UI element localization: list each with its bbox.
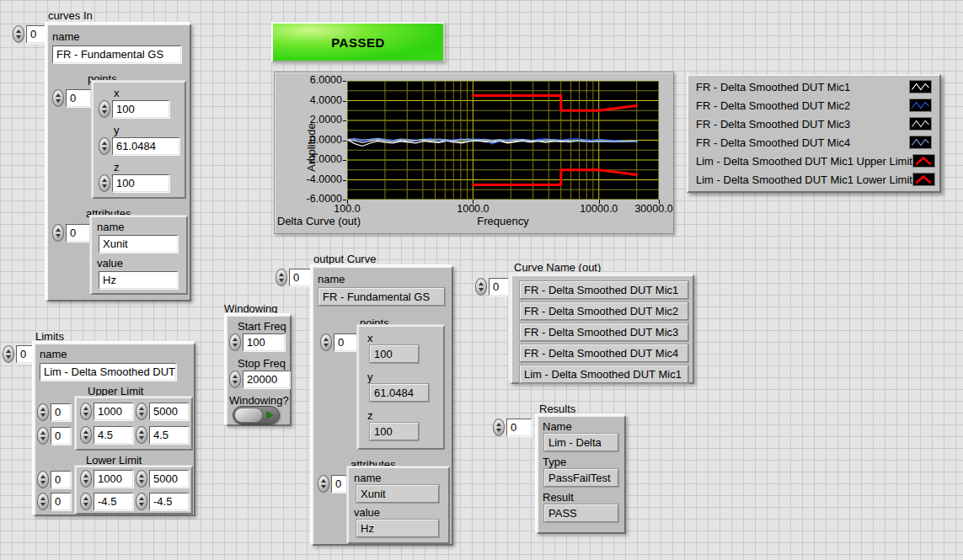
increment-decrement-icon[interactable]: [99, 137, 110, 155]
x-tick-label: 30000.0: [634, 203, 672, 215]
z-value[interactable]: 100: [112, 174, 169, 192]
increment-decrement-icon[interactable]: [80, 493, 92, 510]
curve-name-out-label: Curve Name (out): [514, 261, 601, 274]
output-curve-index[interactable]: 0: [276, 269, 314, 286]
start-freq-input[interactable]: 100: [229, 333, 285, 351]
curve-name-out-index[interactable]: 0: [475, 278, 514, 296]
x-tick-mark: [347, 200, 348, 204]
points-index-value[interactable]: 0: [66, 89, 91, 107]
increment-decrement-icon[interactable]: [320, 333, 332, 351]
result-value-label: Result: [543, 491, 574, 504]
lower-index-1-value[interactable]: 0: [51, 471, 71, 488]
lower-freq-start-value[interactable]: 1000: [94, 470, 133, 488]
output-curve-index-value[interactable]: 0: [289, 269, 314, 286]
y-input[interactable]: 61.0484: [99, 137, 179, 155]
increment-decrement-icon[interactable]: [475, 278, 487, 296]
upper-freq-start-value[interactable]: 1000: [94, 403, 133, 420]
curve-name-item: Lim - Delta Smoothed DUT Mic1: [520, 365, 688, 383]
x-value[interactable]: 100: [112, 100, 169, 118]
attr-value-input[interactable]: Hz: [99, 271, 178, 289]
attr-name-input[interactable]: Xunit: [99, 235, 178, 253]
upper-freq-start-input[interactable]: 1000: [80, 403, 133, 420]
upper-limit-frame: 1000 5000 4.5 4.5: [75, 397, 193, 451]
attributes-index[interactable]: 0: [52, 224, 91, 242]
points-index[interactable]: 0: [52, 89, 91, 107]
y-value[interactable]: 61.0484: [112, 137, 179, 155]
upper-index-2-value[interactable]: 0: [51, 427, 71, 445]
legend-item[interactable]: FR - Delta Smoothed DUT Mic2: [688, 96, 939, 115]
increment-decrement-icon[interactable]: [80, 403, 92, 420]
upper-index-1[interactable]: 0: [37, 403, 71, 421]
limits-name-input[interactable]: Lim - Delta Smoothed DUT: [40, 363, 176, 381]
results-index[interactable]: 0: [493, 419, 532, 436]
lower-freq-start-input[interactable]: 1000: [80, 470, 133, 488]
attributes-index-value[interactable]: 0: [66, 224, 91, 242]
z-input[interactable]: 100: [99, 174, 169, 192]
increment-decrement-icon[interactable]: [80, 426, 92, 444]
output-points-index-value[interactable]: 0: [334, 333, 359, 351]
y-axis-label: Amplitude: [305, 123, 318, 172]
lower-freq-stop-value[interactable]: 5000: [149, 470, 189, 488]
lower-value-stop-value[interactable]: -4.5: [149, 493, 189, 510]
y-tick-mark: [343, 141, 346, 141]
increment-decrement-icon[interactable]: [136, 493, 147, 510]
increment-decrement-icon[interactable]: [136, 403, 147, 420]
stop-freq-value[interactable]: 20000: [243, 371, 290, 388]
lower-index-1[interactable]: 0: [37, 471, 71, 488]
upper-freq-stop-input[interactable]: 5000: [136, 403, 189, 420]
windowing-toggle-switch[interactable]: [233, 406, 280, 424]
plot-line-swatch-icon[interactable]: [909, 117, 932, 131]
plot-line-swatch-icon[interactable]: [909, 136, 932, 149]
lower-value-stop-input[interactable]: -4.5: [136, 493, 189, 510]
x-input[interactable]: 100: [99, 100, 169, 118]
increment-decrement-icon[interactable]: [37, 493, 49, 510]
increment-decrement-icon[interactable]: [80, 470, 92, 488]
increment-decrement-icon[interactable]: [99, 100, 110, 118]
increment-decrement-icon[interactable]: [37, 403, 49, 421]
increment-decrement-icon[interactable]: [52, 89, 64, 107]
plot-line-swatch-icon[interactable]: [909, 99, 932, 112]
toggle-knob[interactable]: [234, 408, 263, 423]
curve-name-input[interactable]: FR - Fundamental GS: [52, 45, 181, 63]
graph-plot-area[interactable]: [347, 81, 659, 200]
increment-decrement-icon[interactable]: [136, 426, 147, 444]
result-type-label: Type: [543, 456, 566, 468]
lower-value-start-input[interactable]: -4.5: [80, 493, 133, 510]
legend-item[interactable]: FR - Delta Smoothed DUT Mic4: [688, 133, 939, 152]
lower-index-2[interactable]: 0: [37, 493, 71, 510]
plot-line-swatch-icon[interactable]: [909, 80, 932, 93]
start-freq-value[interactable]: 100: [243, 333, 285, 351]
upper-freq-stop-value[interactable]: 5000: [149, 403, 189, 420]
plot-line-swatch-icon[interactable]: [912, 154, 935, 168]
lower-value-start-value[interactable]: -4.5: [94, 493, 133, 510]
output-points-index[interactable]: 0: [320, 333, 359, 351]
increment-decrement-icon[interactable]: [99, 174, 110, 192]
lower-freq-stop-input[interactable]: 5000: [136, 470, 189, 488]
upper-value-stop-input[interactable]: 4.5: [136, 426, 189, 444]
increment-decrement-icon[interactable]: [229, 333, 241, 351]
legend-item[interactable]: FR - Delta Smoothed DUT Mic1: [688, 77, 939, 96]
lower-index-2-value[interactable]: 0: [51, 493, 71, 510]
increment-decrement-icon[interactable]: [229, 371, 241, 388]
increment-decrement-icon[interactable]: [13, 25, 24, 43]
increment-decrement-icon[interactable]: [37, 427, 49, 445]
increment-decrement-icon[interactable]: [3, 345, 14, 363]
legend-item[interactable]: FR - Delta Smoothed DUT Mic3: [688, 115, 939, 133]
upper-value-start-input[interactable]: 4.5: [80, 426, 133, 444]
increment-decrement-icon[interactable]: [37, 471, 49, 488]
results-index-value[interactable]: 0: [506, 419, 532, 436]
increment-decrement-icon[interactable]: [276, 269, 287, 286]
stop-freq-input[interactable]: 20000: [229, 371, 290, 388]
legend-item[interactable]: Lim - Delta Smoothed DUT Mic1 Upper Limi…: [688, 152, 939, 170]
increment-decrement-icon[interactable]: [136, 470, 147, 488]
legend-item[interactable]: Lim - Delta Smoothed DUT Mic1 Lower Limi…: [688, 170, 939, 189]
upper-index-2[interactable]: 0: [37, 427, 71, 445]
increment-decrement-icon[interactable]: [318, 475, 329, 493]
plot-line-swatch-icon[interactable]: [912, 173, 935, 186]
lower-limit-label: Lower Limit: [86, 454, 142, 467]
upper-value-start-value[interactable]: 4.5: [94, 426, 133, 444]
increment-decrement-icon[interactable]: [52, 224, 64, 242]
upper-index-1-value[interactable]: 0: [51, 403, 71, 421]
upper-value-stop-value[interactable]: 4.5: [149, 426, 189, 444]
increment-decrement-icon[interactable]: [493, 419, 505, 436]
